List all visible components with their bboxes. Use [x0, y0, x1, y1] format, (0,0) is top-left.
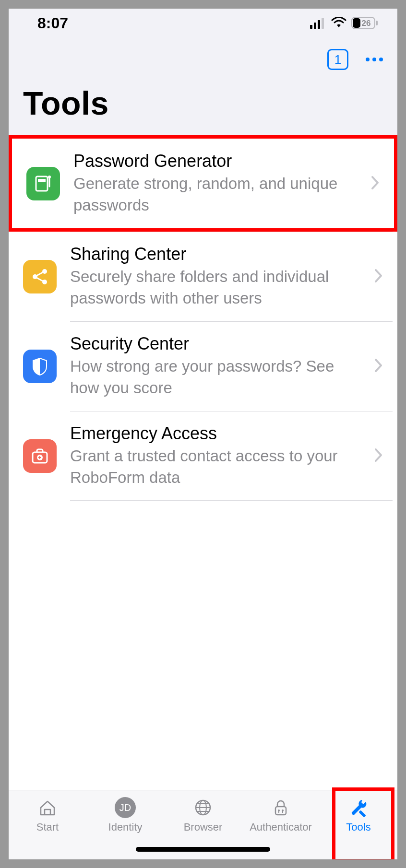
tab-start[interactable]: Start — [9, 797, 86, 833]
status-time: 8:07 — [37, 14, 310, 32]
tools-icon — [348, 797, 369, 818]
svg-rect-1 — [314, 23, 316, 29]
tab-label: Identity — [108, 821, 143, 833]
avatar-initials: JD — [115, 797, 136, 818]
tools-item-subtitle: Grant a trusted contact access to your R… — [70, 446, 357, 488]
svg-text:26: 26 — [362, 19, 371, 28]
status-icons: 26 — [310, 17, 378, 29]
svg-line-15 — [36, 272, 43, 276]
shield-icon — [23, 350, 57, 383]
svg-point-11 — [48, 176, 51, 178]
tab-label: Authenticator — [250, 821, 312, 833]
notification-count-button[interactable]: 1 — [327, 49, 348, 70]
lock-icon — [271, 797, 290, 818]
nav-header: 1 — [9, 37, 397, 75]
password-generator-icon — [26, 167, 60, 200]
more-icon — [366, 58, 370, 61]
medkit-icon — [23, 439, 57, 473]
cellular-icon — [310, 17, 326, 29]
svg-rect-8 — [36, 176, 48, 191]
svg-rect-2 — [318, 20, 320, 29]
tab-label: Browser — [184, 821, 223, 833]
tools-list: Password GeneratorGenerate strong, rando… — [9, 135, 397, 501]
tools-item-subtitle: Securely share folders and individual pa… — [70, 266, 357, 309]
svg-rect-9 — [38, 179, 46, 182]
home-indicator[interactable] — [136, 847, 270, 852]
tab-bar: StartJDIdentity Browser Authenticator To… — [9, 790, 397, 859]
svg-line-16 — [36, 278, 43, 281]
tools-item-title: Emergency Access — [70, 423, 357, 444]
svg-point-14 — [42, 280, 47, 284]
tools-item-share[interactable]: Sharing CenterSecurely share folders and… — [9, 232, 397, 321]
tab-label: Tools — [346, 821, 370, 833]
svg-rect-3 — [322, 18, 324, 29]
chevron-right-icon — [374, 358, 383, 375]
svg-rect-0 — [310, 25, 312, 29]
chevron-right-icon — [371, 176, 380, 192]
chevron-right-icon — [374, 269, 383, 285]
home-icon — [38, 797, 57, 818]
svg-rect-5 — [353, 18, 360, 28]
more-button[interactable] — [366, 58, 383, 61]
chevron-right-icon — [374, 448, 383, 464]
battery-icon: 26 — [351, 17, 378, 29]
share-icon — [23, 260, 57, 293]
avatar-icon: JD — [115, 797, 136, 818]
page-title: Tools — [9, 75, 397, 135]
tools-item-medkit[interactable]: Emergency AccessGrant a trusted contact … — [9, 411, 397, 501]
tab-identity[interactable]: JDIdentity — [86, 797, 164, 833]
tools-item-title: Security Center — [70, 334, 357, 354]
tools-item-title: Sharing Center — [70, 244, 357, 264]
tab-browser[interactable]: Browser — [164, 797, 242, 833]
tab-tools[interactable]: Tools — [320, 797, 397, 833]
notification-count-label: 1 — [334, 52, 341, 67]
tools-item-title: Password Generator — [73, 151, 354, 171]
status-bar: 8:07 26 — [9, 9, 397, 37]
svg-rect-6 — [376, 21, 378, 25]
wifi-icon — [331, 17, 346, 29]
tools-item-shield[interactable]: Security CenterHow strong are your passw… — [9, 321, 397, 411]
tab-authenticator[interactable]: Authenticator — [242, 797, 320, 833]
tools-item-subtitle: Generate strong, random, and unique pass… — [73, 173, 354, 216]
tools-item-subtitle: How strong are your passwords? See how y… — [70, 356, 357, 399]
globe-icon — [193, 797, 213, 818]
tools-item-password-generator[interactable]: Password GeneratorGenerate strong, rando… — [9, 135, 397, 232]
tab-label: Start — [36, 821, 59, 833]
svg-rect-26 — [275, 807, 286, 815]
svg-rect-31 — [358, 810, 366, 818]
svg-point-13 — [42, 269, 47, 274]
